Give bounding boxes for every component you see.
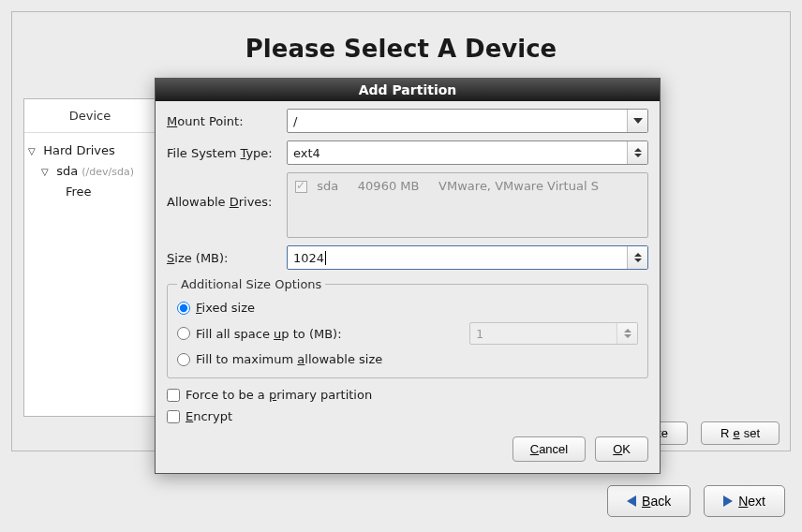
device-column-header: Device <box>24 99 156 133</box>
nav-button-row: Back Next <box>607 485 785 517</box>
fs-type-row: File System Type: ext4 <box>167 140 648 165</box>
radio-input[interactable] <box>177 353 190 366</box>
spin-icon <box>627 141 647 164</box>
checkbox-input[interactable] <box>167 410 180 423</box>
dialog-title: Add Partition <box>156 79 660 101</box>
drive-size: 40960 MB <box>358 179 420 193</box>
mount-point-row: Mount Point: / <box>167 109 648 133</box>
back-button[interactable]: Back <box>607 485 691 517</box>
device-tree: ▽ Hard Drives ▽ sda (/dev/sda) Free <box>24 133 156 210</box>
allowable-drives-list: sda 40960 MB VMware, VMware Virtual S <box>287 172 648 238</box>
fill-up-value: 1 <box>476 327 483 341</box>
allowable-drives-row: Allowable Drives: sda 40960 MB VMware, V… <box>167 172 648 238</box>
spin-icon <box>616 323 637 344</box>
button-label: Cancel <box>530 442 568 456</box>
spin-icon[interactable] <box>627 246 647 269</box>
tree-hard-drives[interactable]: ▽ Hard Drives <box>28 140 152 161</box>
dialog-body: Mount Point: / File System Type: ext4 Al… <box>156 101 660 473</box>
encrypt-checkbox[interactable]: Encrypt <box>167 406 648 427</box>
arrow-right-icon <box>723 495 733 507</box>
cancel-button[interactable]: Cancel <box>512 436 586 462</box>
device-tree-panel: Device ▽ Hard Drives ▽ sda (/dev/sda) Fr… <box>23 98 156 417</box>
radio-input[interactable] <box>177 302 190 315</box>
tree-free[interactable]: Free <box>28 182 152 202</box>
chevron-down-icon <box>627 110 647 132</box>
tree-sda[interactable]: ▽ sda (/dev/sda) <box>28 161 152 182</box>
button-label: Next <box>738 494 765 509</box>
tree-label: sda <box>56 164 78 178</box>
force-primary-checkbox[interactable]: Force to be a primary partition <box>167 384 648 406</box>
radio-label: Fixed size <box>196 301 255 315</box>
radio-label: Fill to maximum allowable size <box>196 352 382 366</box>
size-label: Size (MB): <box>167 251 287 265</box>
mnemonic: e <box>733 426 739 440</box>
text-caret-icon <box>325 251 326 265</box>
fs-type-value: ext4 <box>293 146 320 160</box>
add-partition-dialog: Add Partition Mount Point: / File System… <box>155 78 661 474</box>
checkbox-label: Force to be a primary partition <box>186 388 372 402</box>
allowable-drives-label: Allowable Drives: <box>167 172 287 209</box>
fs-type-combo[interactable]: ext4 <box>287 140 648 165</box>
fs-type-label: File System Type: <box>167 146 287 160</box>
checkbox-label: Encrypt <box>186 409 232 423</box>
mount-point-label: Mount Point: <box>167 114 287 128</box>
fill-up-to-radio[interactable]: Fill all space up to (MB): 1 <box>177 318 638 348</box>
next-button[interactable]: Next <box>704 485 785 517</box>
button-label: OK <box>613 442 631 456</box>
drive-row: sda 40960 MB VMware, VMware Virtual S <box>295 179 640 193</box>
ok-button[interactable]: OK <box>595 436 648 462</box>
checkbox-icon <box>295 181 307 193</box>
tree-label: Hard Drives <box>43 143 115 157</box>
mount-point-combo[interactable]: / <box>287 109 648 133</box>
additional-size-options: Additional Size Options Fixed size Fill … <box>167 277 648 378</box>
button-label: R <box>720 426 729 440</box>
fieldset-legend: Additional Size Options <box>177 277 325 291</box>
radio-label: Fill all space up to (MB): <box>196 327 342 341</box>
triangle-down-icon: ▽ <box>28 143 39 159</box>
size-row: Size (MB): 1024 <box>167 245 648 270</box>
tree-sda-path: (/dev/sda) <box>82 166 134 178</box>
size-input[interactable]: 1024 <box>287 245 648 270</box>
tree-label: Free <box>66 185 92 199</box>
reset-button[interactable]: Reset <box>701 421 780 445</box>
fill-max-radio[interactable]: Fill to maximum allowable size <box>177 348 638 370</box>
button-label: Back <box>642 494 671 509</box>
arrow-left-icon <box>627 495 636 507</box>
page-title: Please Select A Device <box>12 35 790 63</box>
drive-desc: VMware, VMware Virtual S <box>438 179 599 193</box>
checkbox-input[interactable] <box>167 389 180 402</box>
mount-point-value: / <box>293 114 297 128</box>
dialog-button-row: Cancel OK <box>167 436 648 462</box>
radio-input[interactable] <box>177 327 190 340</box>
fill-up-to-input: 1 <box>469 322 638 345</box>
drive-name: sda <box>317 179 338 193</box>
fixed-size-radio[interactable]: Fixed size <box>177 297 638 318</box>
triangle-down-icon: ▽ <box>41 164 52 180</box>
button-label: set <box>744 426 760 440</box>
size-value: 1024 <box>293 251 324 265</box>
